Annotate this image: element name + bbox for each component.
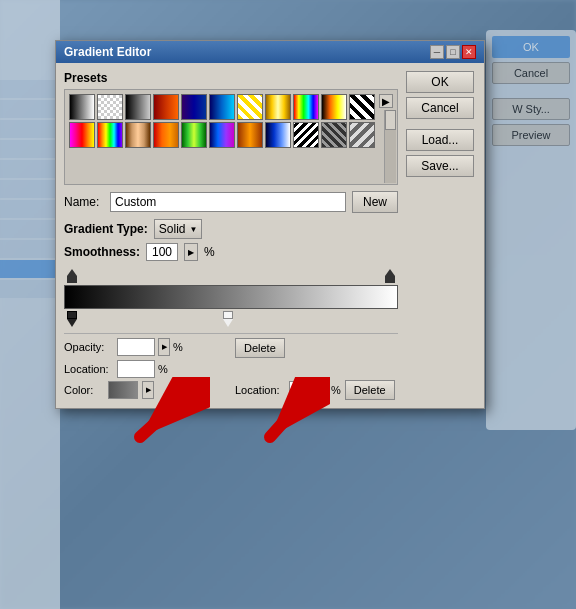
right-preview-btn: Preview [492, 124, 570, 146]
bottom-controls: Opacity: ▶ % Location: % Delete [64, 333, 398, 378]
preset-yellow-stripes[interactable] [237, 94, 263, 120]
presets-container: ▶ [64, 89, 398, 185]
sidebar-item-contour [0, 200, 62, 218]
gradient-area [64, 269, 398, 327]
bottom-right-controls: Delete [235, 338, 398, 378]
dialog-title: Gradient Editor [64, 45, 151, 59]
preset-gold[interactable] [265, 94, 291, 120]
preset-black-white[interactable] [69, 94, 95, 120]
delete-button-2[interactable]: Delete [345, 380, 395, 400]
minimize-button[interactable]: ─ [430, 45, 444, 59]
sidebar-item-glow2 [0, 160, 62, 178]
save-button[interactable]: Save... [406, 155, 474, 177]
preset-red-orange[interactable] [153, 122, 179, 148]
preset-purple-blue[interactable] [181, 94, 207, 120]
presets-scrollbar[interactable] [384, 110, 396, 183]
gradient-editor-dialog: Gradient Editor ─ □ ✕ Presets [55, 40, 485, 409]
location2-row: Location: % Delete [235, 380, 398, 400]
presets-empty-area [69, 150, 381, 180]
presets-scroll-thumb[interactable] [385, 110, 396, 130]
maximize-button[interactable]: □ [446, 45, 460, 59]
smoothness-percent: % [204, 245, 215, 259]
opacity-control-label: Opacity: [64, 341, 114, 353]
opacity-stepper[interactable]: ▶ [158, 338, 170, 356]
opacity-percent-label: % [173, 341, 183, 353]
name-label: Name: [64, 195, 104, 209]
preset-spectrum[interactable] [97, 122, 123, 148]
smoothness-row: Smoothness: ▶ % [64, 243, 398, 261]
dialog-right-buttons: OK Cancel Load... Save... [406, 71, 476, 400]
preset-violet[interactable] [69, 122, 95, 148]
sidebar-item-shadow2 [0, 120, 62, 138]
color-stops-container [64, 311, 398, 327]
right-ok-btn: OK [492, 36, 570, 58]
delete-button-1[interactable]: Delete [235, 338, 285, 358]
preset-diag-bw[interactable] [293, 122, 319, 148]
opacity-stops-container [64, 269, 398, 283]
close-button[interactable]: ✕ [462, 45, 476, 59]
load-button[interactable]: Load... [406, 129, 474, 151]
color-stop-black[interactable] [67, 311, 77, 327]
preset-black-transparent[interactable] [125, 94, 151, 120]
preset-blue-purple[interactable] [209, 122, 235, 148]
preset-brown-tan[interactable] [125, 122, 151, 148]
right-wstyle-btn: W Sty... [492, 98, 570, 120]
preset-orange-brown[interactable] [237, 122, 263, 148]
location2-percent: % [331, 384, 341, 396]
gradient-preview-bar[interactable] [64, 285, 398, 309]
ok-button[interactable]: OK [406, 71, 474, 93]
sidebar-item-overlay [0, 240, 62, 258]
presets-menu-arrow[interactable]: ▶ [379, 94, 393, 108]
smoothness-input[interactable] [146, 243, 178, 261]
preset-rainbow[interactable] [293, 94, 319, 120]
opacity-input[interactable] [117, 338, 155, 356]
sidebar-item-gradient-active [0, 260, 62, 278]
cancel-button[interactable]: Cancel [406, 97, 474, 119]
preset-diag-dark[interactable] [321, 122, 347, 148]
preset-blue-glow[interactable] [265, 122, 291, 148]
sidebar-item-glow1 [0, 140, 62, 158]
opacity-stop-right[interactable] [385, 269, 395, 283]
location-row: Location: % [64, 360, 227, 378]
location-input[interactable] [117, 360, 155, 378]
name-input[interactable] [110, 192, 346, 212]
smoothness-label: Smoothness: [64, 245, 140, 259]
preset-diag-stripes[interactable] [349, 94, 375, 120]
presets-label: Presets [64, 71, 398, 85]
sidebar-item-texture [0, 220, 62, 238]
new-button[interactable]: New [352, 191, 398, 213]
preset-diag-gray[interactable] [349, 122, 375, 148]
sidebar-item-shadow1 [0, 100, 62, 118]
preset-transparent[interactable] [97, 94, 123, 120]
sidebar-item-options [0, 80, 62, 98]
opacity-stop-left[interactable] [67, 269, 77, 283]
sidebar-item-bevel [0, 180, 62, 198]
color-stop-white[interactable] [223, 311, 233, 327]
preset-orange-glow[interactable] [321, 94, 347, 120]
bottom-left-controls: Opacity: ▶ % Location: % [64, 338, 227, 378]
gradient-type-select[interactable]: Solid ▼ [154, 219, 203, 239]
color-row: Color: ▶ [64, 380, 227, 400]
gradient-type-label: Gradient Type: [64, 222, 148, 236]
dialog-left: Presets [64, 71, 398, 400]
delete-row-1: Delete [235, 338, 398, 358]
location2-input[interactable] [289, 381, 327, 399]
title-bar: Gradient Editor ─ □ ✕ [56, 41, 484, 63]
color-swatch[interactable] [108, 381, 138, 399]
name-row: Name: New [64, 191, 398, 213]
right-panel: OK Cancel W Sty... Preview [486, 30, 576, 430]
location2-label: Location: [235, 384, 285, 396]
preset-blue-cyan[interactable] [209, 94, 235, 120]
preset-green-spectrum[interactable] [181, 122, 207, 148]
presets-row-1 [69, 94, 381, 120]
opacity-row: Opacity: ▶ % [64, 338, 227, 356]
presets-row-2 [69, 122, 381, 148]
gradient-type-value: Solid [159, 222, 186, 236]
sidebar-panel [0, 0, 60, 609]
location-control-label: Location: [64, 363, 114, 375]
color-stepper[interactable]: ▶ [142, 381, 154, 399]
location-percent-label: % [158, 363, 168, 375]
dialog-body: Presets [56, 63, 484, 408]
smoothness-stepper[interactable]: ▶ [184, 243, 198, 261]
preset-red-yellow[interactable] [153, 94, 179, 120]
